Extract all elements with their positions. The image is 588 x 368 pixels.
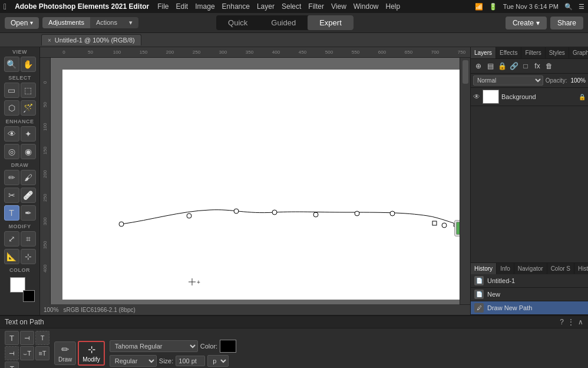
fx-btn[interactable]: fx	[532, 61, 543, 71]
panel-menu-icon[interactable]: ⋮	[567, 318, 574, 326]
search-icon[interactable]: 🔍	[564, 3, 573, 11]
clone-tool[interactable]: 🩹	[21, 188, 36, 203]
menu-view[interactable]: View	[331, 2, 346, 11]
canvas-area[interactable]: 0 50 100 150 200 250 300 350 400 450 500…	[40, 47, 470, 315]
brush-tool[interactable]: ✏	[4, 170, 19, 185]
control-strip-icon[interactable]: ☰	[579, 3, 584, 11]
open-button[interactable]: Open ▾	[5, 17, 39, 29]
quick-tab[interactable]: Quick	[216, 15, 259, 30]
menu-image[interactable]: Image	[195, 2, 214, 11]
layer-background-row[interactable]: 👁 Background 🔒	[471, 88, 588, 106]
pen-tool[interactable]: ✒	[21, 205, 36, 221]
color-sampler-tab[interactable]: Color S	[547, 263, 574, 274]
eraser-tool[interactable]: ✂	[4, 188, 19, 203]
move-tool[interactable]: ⊹	[21, 249, 36, 264]
paint-bucket-tool[interactable]: 🖌	[21, 170, 36, 185]
history-item-new-doc[interactable]: 📄 Untitled-1	[471, 274, 588, 288]
history-item-new[interactable]: 📄 New	[471, 288, 588, 301]
effects-tab[interactable]: Effects	[496, 47, 521, 58]
text-color-swatch[interactable]	[220, 340, 236, 353]
zoom-level[interactable]: 100%	[44, 307, 59, 313]
font-style-select[interactable]: Regular	[110, 355, 157, 367]
blend-mode-select[interactable]: Normal	[473, 75, 543, 86]
marquee-tool[interactable]: ▭	[4, 83, 19, 98]
lasso-tool[interactable]: ⬚	[21, 83, 36, 98]
help-icon[interactable]: ?	[560, 318, 564, 326]
guided-tab[interactable]: Guided	[259, 15, 308, 30]
filters-tab[interactable]: Filters	[521, 47, 545, 58]
menu-layer[interactable]: Layer	[257, 2, 275, 11]
info-tab[interactable]: Info	[497, 263, 514, 274]
text-mask-btn[interactable]: T	[35, 331, 49, 345]
adjustments-tab[interactable]: Adjustments	[42, 17, 90, 28]
straighten-tool[interactable]: 📐	[4, 249, 19, 264]
vertical-text-btn[interactable]: T	[20, 331, 34, 345]
canvas-container[interactable]: + ✓ ⊘	[51, 58, 470, 304]
anchor-point[interactable]	[272, 210, 277, 215]
new-layer-btn[interactable]: ⊕	[473, 61, 484, 71]
font-size-input[interactable]	[176, 356, 205, 366]
mask-btn[interactable]: □	[520, 61, 531, 71]
font-family-select[interactable]: Tahoma Regular	[110, 340, 198, 352]
text-align-btn[interactable]: ≡T	[35, 346, 49, 360]
crop-tool[interactable]: ⤢	[4, 231, 19, 247]
size-unit-select[interactable]: pt px	[207, 355, 229, 367]
opacity-value[interactable]: 100%	[570, 77, 586, 84]
menu-filter[interactable]: Filter	[308, 2, 324, 11]
graphics-tab[interactable]: Graphics	[569, 47, 588, 58]
expand-icon[interactable]: ∧	[578, 318, 583, 326]
menu-file[interactable]: File	[157, 2, 169, 11]
modify-button[interactable]: ⊹ Modify	[78, 341, 104, 366]
vscroll-thumb[interactable]	[463, 60, 468, 84]
histogram-tab[interactable]: Histogr	[574, 263, 588, 274]
history-item-draw-path[interactable]: 🖊 Draw New Path	[471, 301, 588, 315]
vertical-scrollbar[interactable]	[460, 58, 470, 304]
link-btn[interactable]: 🔗	[508, 61, 519, 71]
zoom-tool[interactable]: 🔍	[4, 57, 19, 72]
foreground-color-swatch[interactable]	[23, 290, 35, 302]
doc-close-icon[interactable]: ×	[48, 37, 51, 44]
anchor-point[interactable]	[390, 211, 395, 216]
actions-tab[interactable]: Actions	[90, 17, 123, 28]
red-eye-tool[interactable]: 👁	[4, 126, 19, 142]
vertical-text-mask-btn[interactable]: T	[5, 346, 19, 360]
history-tab[interactable]: History	[471, 263, 497, 274]
lock-btn[interactable]: 🔒	[497, 61, 507, 71]
text-warp-btn[interactable]: ⌣T	[20, 346, 34, 360]
anchor-square[interactable]	[432, 221, 437, 225]
panel-options-icon[interactable]: ▾	[123, 17, 138, 28]
single-text-btn[interactable]: T̲	[5, 362, 19, 368]
document-tab[interactable]: × Untitled-1 @ 100% (RGB/8)	[41, 34, 141, 45]
anchor-point[interactable]	[355, 211, 359, 216]
horizontal-text-btn[interactable]: T	[5, 331, 19, 345]
magic-wand-tool[interactable]: 🪄	[21, 100, 36, 116]
text-tool[interactable]: T	[4, 205, 19, 221]
quick-select-tool[interactable]: ⬡	[4, 100, 19, 116]
anchor-point[interactable]	[313, 212, 318, 217]
layer-type-btn[interactable]: ▤	[485, 61, 495, 71]
expert-tab[interactable]: Expert	[308, 15, 354, 30]
sponge-tool[interactable]: ◉	[21, 144, 36, 159]
layers-tab[interactable]: Layers	[471, 47, 496, 58]
anchor-point[interactable]	[442, 223, 447, 228]
whiten-tool[interactable]: ✦	[21, 126, 36, 142]
delete-layer-btn[interactable]: 🗑	[544, 61, 554, 71]
anchor-point[interactable]	[234, 209, 239, 213]
draw-button[interactable]: ✏ Draw	[54, 341, 76, 365]
menu-help[interactable]: Help	[385, 2, 400, 11]
dodge-tool[interactable]: ◎	[4, 144, 19, 159]
menu-select[interactable]: Select	[282, 2, 301, 11]
menu-window[interactable]: Window	[354, 2, 379, 11]
layer-visibility-icon[interactable]: 👁	[473, 93, 480, 101]
anchor-point[interactable]	[187, 213, 191, 218]
hand-tool[interactable]: ✋	[21, 57, 36, 72]
share-button[interactable]: Share	[550, 17, 583, 29]
create-button[interactable]: Create ▾	[506, 17, 547, 29]
menu-edit[interactable]: Edit	[176, 2, 189, 11]
navigator-tab[interactable]: Navigator	[514, 263, 547, 274]
font-style-row: Regular Size: pt px	[110, 355, 236, 367]
menu-enhance[interactable]: Enhance	[222, 2, 250, 11]
styles-tab[interactable]: Styles	[546, 47, 569, 58]
anchor-point[interactable]	[119, 222, 124, 226]
recompose-tool[interactable]: ⌗	[21, 231, 36, 247]
